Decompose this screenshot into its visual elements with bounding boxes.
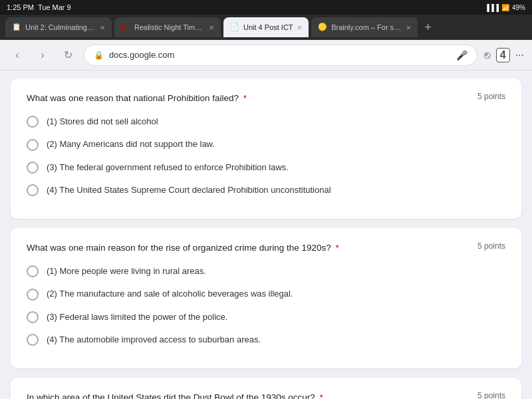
back-button[interactable]: ‹ <box>8 46 27 65</box>
option-row-q1o1: (1) Stores did not sell alcohol <box>27 114 505 129</box>
share-icon[interactable]: ⎋ <box>484 49 491 61</box>
option-row-q2o4: (4) The automobile improved access to su… <box>27 332 505 347</box>
tab-brainly[interactable]: 🟡 Brainly.com – For stude... × <box>311 17 418 37</box>
option-text-q2o1: (1) More people were living in rural are… <box>47 265 206 277</box>
question-text-q1: What was one reason that national Prohib… <box>27 92 477 105</box>
option-text-q1o3: (3) The federal government refused to en… <box>47 162 289 174</box>
radio-q1o2[interactable] <box>27 139 39 151</box>
tab-count-badge[interactable]: 4 <box>496 48 510 63</box>
tab-unit4[interactable]: 📄 Unit 4 Post ICT × <box>223 17 309 37</box>
option-text-q2o4: (4) The automobile improved access to su… <box>47 334 261 346</box>
radio-q1o4[interactable] <box>27 184 39 196</box>
tab-favicon-realistic: ▶ <box>121 23 130 32</box>
reload-button[interactable]: ↻ <box>59 46 77 65</box>
option-text-q1o4: (4) The United States Supreme Court decl… <box>47 184 331 196</box>
tab-realistic[interactable]: ▶ Realistic Night Time Rou... × <box>114 17 221 37</box>
wifi-icon: 📶 <box>501 4 509 11</box>
forward-button[interactable]: › <box>33 46 52 65</box>
main-content: What was one reason that national Prohib… <box>0 70 532 399</box>
radio-q2o1[interactable] <box>27 265 39 277</box>
new-tab-button[interactable]: + <box>420 21 436 33</box>
question-header-q3: In which area of the United States did t… <box>27 391 505 399</box>
points-label-q3: 5 points <box>477 391 505 399</box>
question-card-q3: In which area of the United States did t… <box>11 378 521 399</box>
status-bar: 1:25 PM Tue Mar 9 ▐▐▐ 📶 49% <box>0 0 532 15</box>
questions-container: What was one reason that national Prohib… <box>11 78 521 399</box>
tab-unit2[interactable]: 📋 Unit 2: Culminating Task × <box>5 17 112 37</box>
tab-favicon-unit4: 📄 <box>230 23 239 32</box>
question-text-q3: In which area of the United States did t… <box>27 391 477 399</box>
tab-close-brainly[interactable]: × <box>406 23 412 32</box>
status-left: 1:25 PM Tue Mar 9 <box>7 3 71 11</box>
radio-q2o4[interactable] <box>27 334 39 346</box>
date-display: Tue Mar 9 <box>38 3 71 11</box>
tab-close-realistic[interactable]: × <box>209 23 214 32</box>
radio-q1o1[interactable] <box>27 116 39 128</box>
question-text-q2: What was one main reason for the rise of… <box>27 241 477 255</box>
points-label-q1: 5 points <box>477 92 505 101</box>
address-bar-row: ‹ › ↻ 🔒 docs.google.com 🎤 ⎋ 4 ··· <box>0 40 532 70</box>
status-right: ▐▐▐ 📶 49% <box>485 4 525 11</box>
required-star: * <box>241 93 247 103</box>
tab-close-unit2[interactable]: × <box>100 23 105 32</box>
option-text-q2o2: (2) The manufacture and sale of alcoholi… <box>47 288 293 300</box>
tab-label-realistic: Realistic Night Time Rou... <box>134 23 205 31</box>
tab-label-unit2: Unit 2: Culminating Task <box>25 23 96 31</box>
time-display: 1:25 PM <box>7 3 34 11</box>
tab-favicon-brainly: 🟡 <box>318 23 327 32</box>
option-text-q2o3: (3) Federal laws limited the power of th… <box>47 311 227 323</box>
option-row-q1o2: (2) Many Americans did not support the l… <box>27 137 505 152</box>
option-row-q2o1: (1) More people were living in rural are… <box>27 264 505 279</box>
option-text-q1o2: (2) Many Americans did not support the l… <box>47 138 215 150</box>
question-header-q1: What was one reason that national Prohib… <box>27 92 505 105</box>
tab-label-unit4: Unit 4 Post ICT <box>243 23 293 31</box>
radio-q2o3[interactable] <box>27 311 39 323</box>
signal-icon: ▐▐▐ <box>485 4 499 11</box>
url-display: docs.google.com <box>109 50 451 60</box>
radio-q1o3[interactable] <box>27 162 39 174</box>
radio-q2o2[interactable] <box>27 289 39 301</box>
required-star: * <box>317 392 323 399</box>
more-options-icon[interactable]: ··· <box>515 49 524 61</box>
mic-icon[interactable]: 🎤 <box>456 50 467 61</box>
battery-display: 49% <box>512 4 525 11</box>
points-label-q2: 5 points <box>477 241 505 251</box>
option-row-q2o2: (2) The manufacture and sale of alcoholi… <box>27 287 505 301</box>
required-star: * <box>333 243 339 253</box>
option-row-q2o3: (3) Federal laws limited the power of th… <box>27 310 505 325</box>
lock-icon: 🔒 <box>94 51 104 60</box>
option-text-q1o1: (1) Stores did not sell alcohol <box>47 116 158 128</box>
tab-bar: 📋 Unit 2: Culminating Task × ▶ Realistic… <box>0 15 532 40</box>
option-row-q1o4: (4) The United States Supreme Court decl… <box>27 183 505 198</box>
tab-close-unit4[interactable]: × <box>297 23 303 32</box>
browser-action-icons: ⎋ 4 ··· <box>484 48 524 63</box>
question-card-q1: What was one reason that national Prohib… <box>11 78 521 219</box>
question-header-q2: What was one main reason for the rise of… <box>27 241 505 255</box>
question-card-q2: What was one main reason for the rise of… <box>11 228 521 368</box>
address-bar[interactable]: 🔒 docs.google.com 🎤 <box>84 45 477 66</box>
option-row-q1o3: (3) The federal government refused to en… <box>27 160 505 175</box>
tab-favicon-unit2: 📋 <box>12 23 21 32</box>
tab-label-brainly: Brainly.com – For stude... <box>331 23 402 31</box>
